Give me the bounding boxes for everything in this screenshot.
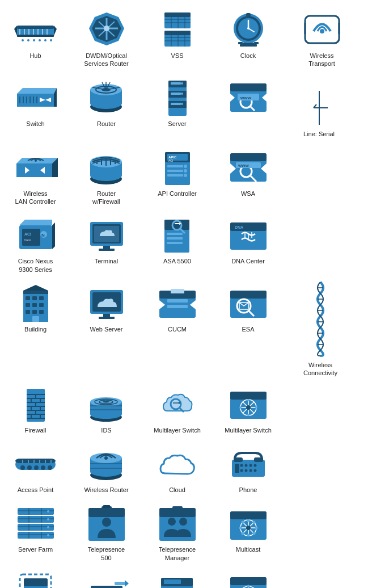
clock-icon	[227, 11, 269, 48]
line-serial-icon	[297, 91, 342, 127]
wsa-item: www WSA	[213, 144, 284, 203]
svg-rect-160	[26, 296, 30, 300]
svg-point-234	[239, 406, 242, 409]
cisco-nexus-icon: ACI Cisco N	[14, 217, 57, 254]
wireless-router-item: Wireless Router	[71, 440, 142, 499]
multilayer-switch-icon	[227, 386, 269, 423]
vss-label: VSS	[171, 52, 183, 60]
svg-point-241	[41, 465, 45, 470]
svg-rect-167	[32, 310, 37, 314]
svg-rect-182	[171, 289, 184, 293]
svg-rect-81	[171, 93, 181, 95]
building-icon	[14, 285, 57, 322]
svg-rect-124	[230, 153, 267, 161]
svg-rect-33	[164, 31, 191, 35]
svg-point-46	[247, 27, 250, 30]
building-label: Building	[24, 325, 46, 333]
svg-marker-326	[125, 580, 129, 587]
telepresence-mgr-item: TelepresenceManager	[142, 499, 213, 568]
svg-point-120	[184, 165, 187, 168]
phone-label: Phone	[239, 486, 257, 494]
svg-point-16	[44, 39, 46, 41]
svg-point-231	[246, 405, 251, 410]
svg-rect-40	[240, 44, 257, 47]
svg-point-311	[252, 520, 255, 523]
esa-label: ESA	[242, 325, 254, 333]
wsa-icon: www	[227, 149, 269, 186]
route-switch-icon	[227, 573, 269, 588]
terminal-item: Terminal	[71, 211, 142, 271]
cisco-ca-item: Cisco CA	[142, 568, 213, 588]
api-ctrl-icon: APIC ACI	[156, 149, 198, 186]
cloud-item: Cloud	[142, 440, 213, 499]
multilayer-switch-label: Multilayer Switch	[225, 426, 272, 434]
svg-rect-82	[171, 103, 181, 105]
svg-text:DNA: DNA	[235, 225, 243, 229]
svg-rect-143	[99, 249, 115, 251]
wlan-item: WirelessLAN Controller	[0, 144, 71, 212]
asa5500-label: ASA 5500	[163, 257, 191, 265]
router-item: Router	[71, 74, 142, 133]
multicast-item: Multicast	[213, 499, 284, 559]
svg-point-84	[181, 93, 183, 95]
svg-rect-161	[32, 296, 37, 300]
svg-rect-165	[39, 303, 44, 307]
svg-rect-11	[17, 35, 54, 37]
svg-point-285	[47, 518, 49, 520]
svg-point-287	[47, 534, 49, 536]
svg-rect-150	[167, 233, 183, 235]
svg-rect-164	[32, 303, 37, 307]
ise-label: IDS	[101, 426, 111, 434]
hub-item: Hub	[0, 6, 71, 65]
svg-point-14	[33, 39, 35, 41]
router-fw-label: Routerw/Firewall	[92, 190, 120, 206]
wsa-label: WSA	[241, 190, 255, 198]
svg-rect-162	[39, 296, 44, 300]
svg-point-296	[168, 518, 176, 526]
svg-point-297	[179, 518, 187, 526]
svg-rect-258	[254, 457, 263, 462]
router-fw-item: Routerw/Firewall	[71, 144, 142, 212]
router-label: Router	[97, 120, 116, 128]
svg-rect-184	[230, 291, 267, 299]
svg-rect-152	[167, 242, 183, 244]
ids-icon	[156, 386, 198, 423]
svg-point-12	[22, 39, 24, 41]
svg-text:Cisco: Cisco	[24, 238, 31, 242]
terminal-icon	[85, 217, 128, 254]
switch-item: Switch	[0, 74, 71, 133]
vss-item: VSS	[142, 6, 213, 65]
svg-point-121	[184, 169, 187, 173]
wireless-transport-label: WirelessTransport	[308, 52, 335, 68]
svg-rect-118	[167, 170, 183, 172]
svg-rect-1	[17, 26, 54, 29]
svg-rect-267	[235, 464, 239, 473]
access-point-label: Access Point	[18, 486, 54, 494]
wireless-transport-icon	[301, 11, 343, 48]
virtual-server-item: VirtualServer	[0, 568, 71, 588]
multicast-label: Multicast	[236, 545, 260, 553]
wireless-connectivity-item: WirelessConnectivity	[284, 279, 354, 380]
svg-point-310	[241, 520, 244, 523]
svg-point-238	[20, 465, 25, 470]
svg-rect-337	[164, 579, 181, 584]
cisco-nexus-item: ACI Cisco N Cisco Nexus9300 Series	[0, 211, 71, 279]
svg-rect-325	[115, 582, 126, 585]
svg-rect-87	[230, 83, 267, 91]
svg-rect-295	[172, 506, 183, 511]
svg-point-312	[241, 532, 244, 535]
cloud-label: Cloud	[169, 486, 185, 494]
terminal-label: Terminal	[95, 257, 119, 265]
multilayer-switch-item: Multilayer Switch	[213, 380, 284, 440]
ise-icon	[85, 386, 128, 423]
virtual-server-icon	[14, 573, 57, 588]
svg-point-313	[252, 532, 255, 535]
svg-rect-26	[164, 12, 191, 17]
hub-label: Hub	[29, 52, 41, 60]
svg-rect-47	[246, 13, 251, 16]
telepresence500-item: Telepresence500	[71, 499, 142, 568]
svg-marker-55	[17, 88, 57, 94]
svg-point-51	[320, 29, 324, 33]
svg-point-292	[102, 518, 111, 527]
wireless-transport-item: WirelessTransport	[284, 6, 354, 74]
